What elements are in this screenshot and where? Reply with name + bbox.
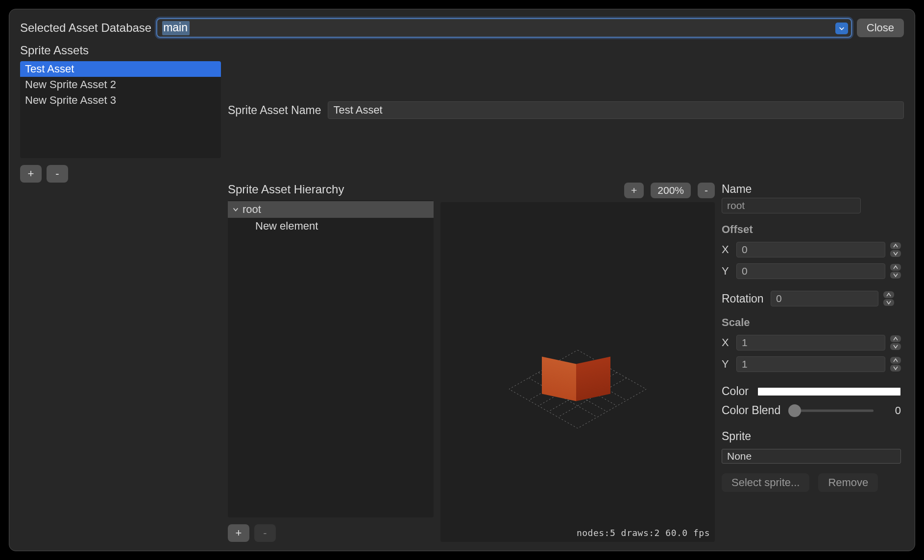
offset-x-row: X xyxy=(722,242,901,257)
color-row: Color xyxy=(722,385,901,398)
assets-title: Sprite Assets xyxy=(20,44,221,57)
tree-item-child[interactable]: New element xyxy=(228,218,434,234)
database-label: Selected Asset Database xyxy=(20,21,151,35)
color-blend-label: Color Blend xyxy=(722,404,780,417)
rotation-input[interactable] xyxy=(771,291,878,306)
scale-x-row: X xyxy=(722,335,901,350)
hierarchy-column: Sprite Asset Hierarchy root New element … xyxy=(228,183,434,542)
name-input[interactable] xyxy=(722,198,861,213)
scale-label: Scale xyxy=(722,316,901,329)
stepper-down-icon xyxy=(883,299,894,306)
scale-x-input[interactable] xyxy=(736,335,885,350)
remove-sprite-button[interactable]: Remove xyxy=(818,473,878,492)
stepper-down-icon xyxy=(890,272,901,279)
assets-list[interactable]: Test Asset New Sprite Asset 2 New Sprite… xyxy=(20,61,221,158)
tree-item-label: New element xyxy=(255,220,318,233)
scale-x-stepper[interactable] xyxy=(890,335,901,350)
rotation-label: Rotation xyxy=(722,292,766,305)
preview-canvas[interactable]: nodes:5 draws:2 60.0 fps xyxy=(440,202,715,542)
tree-item-label: root xyxy=(243,203,261,216)
offset-x-input[interactable] xyxy=(736,242,885,257)
rotation-stepper[interactable] xyxy=(883,291,894,306)
zoom-out-button[interactable]: - xyxy=(698,183,715,198)
rotation-row: Rotation xyxy=(722,291,901,306)
add-element-button[interactable]: + xyxy=(228,524,249,542)
asset-item[interactable]: Test Asset xyxy=(20,61,221,77)
scale-y-stepper[interactable] xyxy=(890,357,901,372)
axis-label-y: Y xyxy=(722,358,731,371)
color-blend-slider[interactable] xyxy=(788,404,874,417)
database-combo[interactable]: main xyxy=(156,18,852,38)
asset-name-row: Sprite Asset Name xyxy=(228,44,904,177)
editor-window: Selected Asset Database main Close Sprit… xyxy=(9,9,915,551)
sprite-value[interactable]: None xyxy=(722,449,901,464)
asset-name-label: Sprite Asset Name xyxy=(228,104,321,117)
properties-column: Name Offset X Y Rot xyxy=(722,183,904,542)
color-blend-row: Color Blend 0 xyxy=(722,404,901,417)
tree-item-root[interactable]: root xyxy=(228,201,434,218)
add-asset-button[interactable]: + xyxy=(20,165,42,183)
axis-label-y: Y xyxy=(722,265,731,278)
assets-buttons: + - xyxy=(20,165,221,183)
slider-thumb[interactable] xyxy=(788,404,801,417)
asset-name-input[interactable] xyxy=(328,101,904,119)
asset-item[interactable]: New Sprite Asset 2 xyxy=(20,77,221,93)
stepper-down-icon xyxy=(890,343,901,350)
scale-y-row: Y xyxy=(722,356,901,372)
stepper-up-icon xyxy=(890,357,901,364)
axis-label-x: X xyxy=(722,243,731,256)
close-button[interactable]: Close xyxy=(857,19,904,37)
remove-asset-button[interactable]: - xyxy=(47,165,68,183)
asset-item[interactable]: New Sprite Asset 3 xyxy=(20,93,221,108)
offset-y-row: Y xyxy=(722,263,901,279)
color-label: Color xyxy=(722,385,749,398)
color-blend-value: 0 xyxy=(881,404,901,417)
axis-label-x: X xyxy=(722,336,731,349)
select-sprite-button[interactable]: Select sprite... xyxy=(722,473,809,492)
color-swatch[interactable] xyxy=(757,387,901,396)
remove-element-button: - xyxy=(254,524,276,542)
main-area: Sprite Assets Test Asset New Sprite Asse… xyxy=(9,41,915,547)
render-stats: nodes:5 draws:2 60.0 fps xyxy=(577,528,710,538)
chevron-down-icon[interactable] xyxy=(835,23,848,34)
hierarchy-buttons: + - xyxy=(228,524,434,542)
zoom-in-button[interactable]: + xyxy=(624,183,644,198)
stepper-down-icon xyxy=(890,250,901,257)
scale-y-input[interactable] xyxy=(736,356,885,372)
database-selected-value: main xyxy=(162,21,190,35)
stepper-up-icon xyxy=(890,242,901,249)
chevron-down-icon[interactable] xyxy=(232,206,240,213)
offset-label: Offset xyxy=(722,223,901,236)
stepper-down-icon xyxy=(890,365,901,372)
assets-column: Sprite Assets Test Asset New Sprite Asse… xyxy=(20,44,221,183)
sprite-preview xyxy=(542,360,610,397)
preview-toolbar: + 200% - xyxy=(440,183,715,198)
preview-column: + 200% - xyxy=(440,183,715,542)
offset-y-stepper[interactable] xyxy=(890,264,901,279)
offset-y-input[interactable] xyxy=(736,263,885,279)
stepper-up-icon xyxy=(890,264,901,271)
zoom-level-button[interactable]: 200% xyxy=(651,183,691,198)
stepper-up-icon xyxy=(890,335,901,342)
name-label: Name xyxy=(722,183,901,196)
offset-x-stepper[interactable] xyxy=(890,242,901,257)
hierarchy-title: Sprite Asset Hierarchy xyxy=(228,183,434,196)
topbar: Selected Asset Database main Close xyxy=(9,9,915,41)
hierarchy-tree[interactable]: root New element xyxy=(228,200,434,517)
sprite-section-label: Sprite xyxy=(722,430,901,443)
stepper-up-icon xyxy=(883,291,894,298)
sprite-buttons: Select sprite... Remove xyxy=(722,473,901,492)
